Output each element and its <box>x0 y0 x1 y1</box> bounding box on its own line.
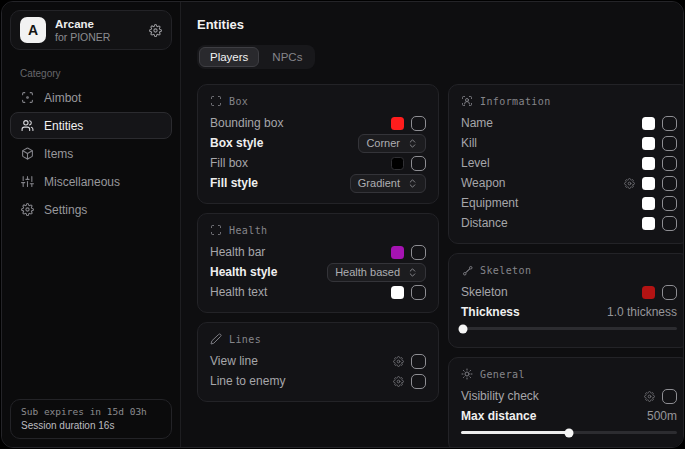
panel-lines: LinesView lineLine to enemy <box>197 322 439 402</box>
panels-grid: BoxBounding boxBox styleCornerFill boxFi… <box>197 84 684 448</box>
panel-header: Skeleton <box>461 264 677 276</box>
row-controls <box>642 136 677 151</box>
setting-label: Bounding box <box>210 116 383 130</box>
slider-thumb[interactable] <box>459 324 468 333</box>
color-swatch[interactable] <box>391 157 404 170</box>
dropdown-box-style[interactable]: Corner <box>358 134 426 153</box>
dropdown-health-style[interactable]: Health based <box>327 263 426 282</box>
panel-box: BoxBounding boxBox styleCornerFill boxFi… <box>197 84 439 204</box>
row-controls <box>642 216 677 231</box>
row-controls: 500m <box>647 409 677 423</box>
sidebar-item-label: Entities <box>44 119 83 133</box>
sidebar-item-entities[interactable]: Entities <box>10 112 172 139</box>
row-controls <box>642 196 677 211</box>
tab-npcs[interactable]: NPCs <box>261 47 313 67</box>
row-health-text: Health text <box>210 282 426 302</box>
row-settings-gear-icon[interactable] <box>624 178 635 189</box>
slider-track[interactable] <box>461 431 677 434</box>
sidebar-item-items[interactable]: Items <box>10 140 172 167</box>
slider-track[interactable] <box>461 327 677 330</box>
row-box-style: Box styleCorner <box>210 133 426 153</box>
slider-row <box>461 327 677 337</box>
row-settings-gear-icon[interactable] <box>644 391 655 402</box>
color-swatch[interactable] <box>391 246 404 259</box>
checkbox[interactable] <box>662 216 677 231</box>
panel-title: Skeleton <box>480 265 531 276</box>
setting-label: View line <box>210 354 385 368</box>
checkbox[interactable] <box>662 176 677 191</box>
app-logo: A <box>20 17 46 43</box>
checkbox[interactable] <box>411 354 426 369</box>
color-swatch[interactable] <box>642 137 655 150</box>
sliders-icon <box>21 175 34 188</box>
checkbox[interactable] <box>411 116 426 131</box>
row-bounding-box: Bounding box <box>210 113 426 133</box>
tab-players[interactable]: Players <box>199 47 259 67</box>
checkbox[interactable] <box>662 285 677 300</box>
checkbox[interactable] <box>662 389 677 404</box>
color-swatch[interactable] <box>642 177 655 190</box>
scan-brackets-icon <box>210 95 222 107</box>
color-swatch[interactable] <box>642 286 655 299</box>
checkbox[interactable] <box>662 156 677 171</box>
color-swatch[interactable] <box>642 197 655 210</box>
color-swatch[interactable] <box>642 217 655 230</box>
panel-information: InformationNameKillLevelWeaponEquipmentD… <box>448 84 684 244</box>
row-controls <box>644 389 677 404</box>
session-duration-text: Session duration 16s <box>21 420 161 431</box>
sidebar-item-label: Settings <box>44 203 87 217</box>
value-text: 500m <box>647 409 677 423</box>
row-controls <box>393 354 426 369</box>
app-subtitle: for PIONER <box>55 31 110 43</box>
app-window: A Arcane for PIONER Category AimbotEntit… <box>1 1 684 448</box>
panels-column-right: InformationNameKillLevelWeaponEquipmentD… <box>448 84 684 448</box>
panel-header: Box <box>210 95 426 107</box>
row-controls <box>391 116 426 131</box>
row-name: Name <box>461 113 677 133</box>
checkbox[interactable] <box>662 136 677 151</box>
row-settings-gear-icon[interactable] <box>393 376 404 387</box>
row-view-line: View line <box>210 351 426 371</box>
checkbox[interactable] <box>662 116 677 131</box>
category-label: Category <box>20 68 180 79</box>
page-title: Entities <box>197 17 684 32</box>
row-controls: 1.0 thickness <box>607 305 677 319</box>
row-distance: Distance <box>461 213 677 233</box>
sidebar-item-settings[interactable]: Settings <box>10 196 172 223</box>
row-fill-style: Fill styleGradient <box>210 173 426 193</box>
checkbox[interactable] <box>411 245 426 260</box>
sidebar-item-miscellaneous[interactable]: Miscellaneous <box>10 168 172 195</box>
checkbox[interactable] <box>662 196 677 211</box>
row-thickness: Thickness1.0 thickness <box>461 302 677 322</box>
setting-label: Visibility check <box>461 389 636 403</box>
setting-label: Kill <box>461 136 634 150</box>
color-swatch[interactable] <box>391 117 404 130</box>
row-controls <box>642 156 677 171</box>
value-text: 1.0 thickness <box>607 305 677 319</box>
bone-icon <box>461 264 473 276</box>
setting-label: Health style <box>210 265 319 279</box>
row-settings-gear-icon[interactable] <box>393 356 404 367</box>
checkbox[interactable] <box>411 156 426 171</box>
subscription-card: Sub expires in 15d 03h Session duration … <box>10 399 172 439</box>
panel-title: Health <box>229 225 268 236</box>
panel-health: HealthHealth barHealth styleHealth based… <box>197 213 439 313</box>
dropdown-fill-style[interactable]: Gradient <box>350 174 426 193</box>
slider-thumb[interactable] <box>565 428 574 437</box>
checkbox[interactable] <box>411 285 426 300</box>
panel-title: General <box>480 369 525 380</box>
sidebar-item-label: Aimbot <box>44 91 81 105</box>
row-visibility-check: Visibility check <box>461 386 677 406</box>
sidebar-item-aimbot[interactable]: Aimbot <box>10 84 172 111</box>
color-swatch[interactable] <box>642 157 655 170</box>
setting-label: Health bar <box>210 245 383 259</box>
checkbox[interactable] <box>411 374 426 389</box>
package-icon <box>21 147 34 160</box>
color-swatch[interactable] <box>642 117 655 130</box>
gear-icon <box>21 203 34 216</box>
setting-label: Thickness <box>461 305 599 319</box>
account-gear-icon[interactable] <box>149 24 162 37</box>
row-weapon: Weapon <box>461 173 677 193</box>
crosshair-scan-icon <box>21 91 34 104</box>
color-swatch[interactable] <box>391 286 404 299</box>
